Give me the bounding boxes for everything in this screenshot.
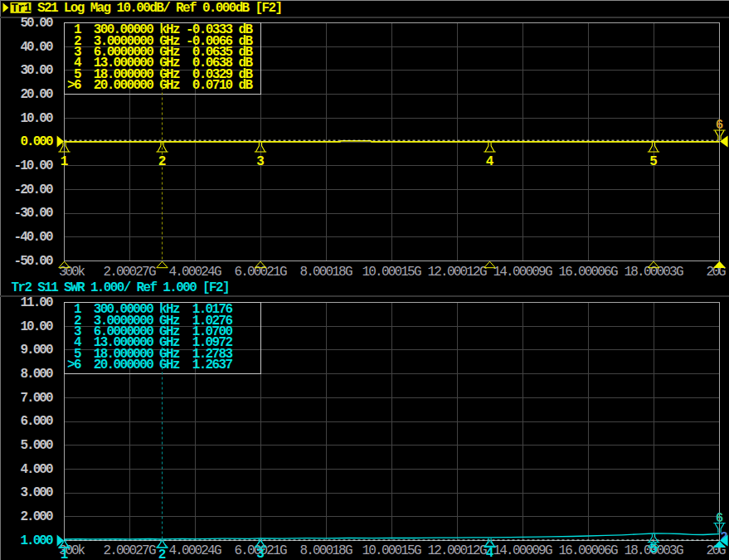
svg-text:16.00006G: 16.00006G (559, 265, 619, 280)
svg-text:50.00: 50.00 (21, 16, 54, 31)
svg-text:6.000: 6.000 (21, 414, 54, 429)
svg-text:0.000: 0.000 (21, 134, 54, 149)
svg-text:10.00015G: 10.00015G (362, 543, 422, 558)
svg-text:8.00018G: 8.00018G (300, 265, 353, 280)
svg-text:>6 20.000000 GHz 1.2637: >6 20.000000 GHz 1.2637 (67, 358, 233, 373)
svg-text:4.000: 4.000 (21, 462, 54, 477)
svg-text:16.00006G: 16.00006G (559, 543, 619, 558)
svg-text:-20.00: -20.00 (14, 183, 54, 197)
svg-text:2.00027G: 2.00027G (104, 543, 157, 558)
svg-text:10.00: 10.00 (21, 111, 54, 126)
svg-text:30.00: 30.00 (21, 63, 54, 78)
svg-text:40.00: 40.00 (21, 40, 54, 55)
svg-text:5.000: 5.000 (21, 438, 54, 453)
svg-text:3: 3 (256, 547, 265, 560)
svg-text:5: 5 (649, 154, 658, 169)
svg-text:20.00: 20.00 (21, 87, 54, 102)
svg-text:-50.00: -50.00 (14, 254, 54, 269)
svg-text:300k: 300k (59, 265, 85, 280)
svg-text:2.00027G: 2.00027G (104, 265, 157, 280)
svg-text:1: 1 (61, 548, 69, 560)
svg-text:4.00024G: 4.00024G (169, 265, 222, 280)
svg-text:Tr1: Tr1 (12, 2, 32, 15)
svg-text:9.000: 9.000 (21, 343, 54, 358)
svg-text:4: 4 (486, 154, 494, 169)
svg-text:S21 Log Mag 10.00dB/ Ref 0.000: S21 Log Mag 10.00dB/ Ref 0.000dB [F2] (37, 1, 283, 16)
svg-text:14.00009G: 14.00009G (493, 543, 553, 558)
svg-text:3.000: 3.000 (21, 485, 54, 500)
svg-text:2: 2 (158, 548, 167, 560)
svg-text:-30.00: -30.00 (14, 206, 54, 221)
svg-text:8.00018G: 8.00018G (300, 543, 353, 558)
svg-text:1.000: 1.000 (21, 533, 54, 548)
svg-text:3: 3 (256, 154, 265, 169)
svg-text:4.00024G: 4.00024G (169, 543, 222, 558)
svg-text:Tr2 S11 SWR 1.000/ Ref 1.000 [: Tr2 S11 SWR 1.000/ Ref 1.000 [F2] (12, 280, 231, 295)
svg-text:14.00009G: 14.00009G (493, 265, 553, 280)
svg-text:10.00015G: 10.00015G (362, 265, 422, 280)
svg-text:11.00: 11.00 (21, 295, 54, 310)
svg-text:4: 4 (486, 546, 494, 560)
svg-text:10.00: 10.00 (21, 319, 54, 334)
svg-text:12.00012G: 12.00012G (428, 265, 488, 280)
svg-text:18.00003G: 18.00003G (625, 265, 684, 280)
svg-text:8.000: 8.000 (21, 367, 54, 382)
svg-text:2.000: 2.000 (21, 509, 54, 524)
svg-text:12.00012G: 12.00012G (428, 543, 488, 558)
svg-text:7.000: 7.000 (21, 391, 54, 406)
svg-text:-10.00: -10.00 (14, 158, 54, 173)
svg-text:6.00021G: 6.00021G (235, 265, 288, 280)
svg-text:2: 2 (158, 154, 167, 169)
svg-text:>6 20.000000 GHz 0.0710 dB: >6 20.000000 GHz 0.0710 dB (67, 78, 253, 93)
svg-text:1: 1 (61, 154, 69, 169)
svg-text:-40.00: -40.00 (14, 230, 54, 245)
